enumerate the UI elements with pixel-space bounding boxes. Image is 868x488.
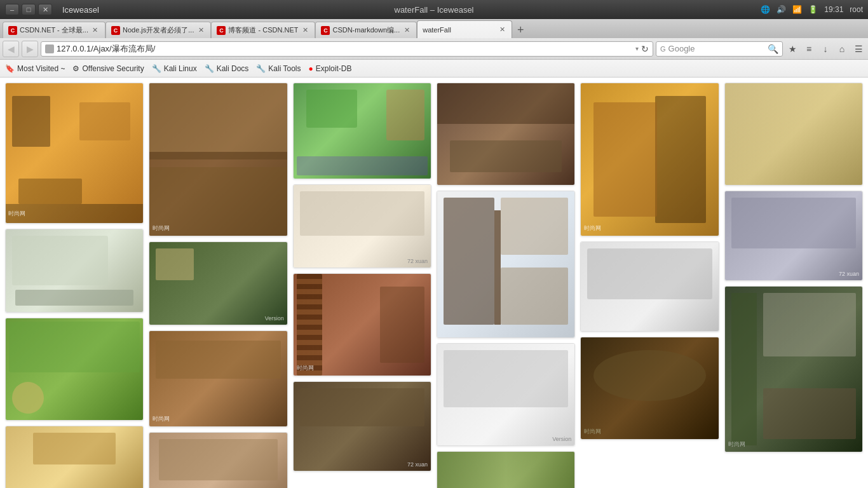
bookmark-label-6: Exploit-DB	[316, 64, 352, 73]
photo-card-11[interactable]	[5, 318, 144, 421]
photo-card-3[interactable]	[293, 83, 431, 179]
close-button[interactable]: ✕	[38, 4, 52, 15]
url-text: 127.0.0.1/Ajax/瀑布流布局/	[57, 43, 633, 55]
photo-card-14[interactable]: Version	[437, 343, 575, 446]
photo-card-18[interactable]	[437, 451, 575, 488]
photo-card-5[interactable]: 时尚网	[580, 83, 719, 236]
tab-close-4[interactable]: ✕	[402, 26, 411, 35]
tab-close-3[interactable]: ✕	[301, 26, 309, 35]
app-name: Iceweasel	[62, 5, 99, 15]
photo-card-20[interactable]	[724, 83, 863, 186]
url-dropdown-icon[interactable]: ▾	[635, 45, 639, 52]
photo-card-19[interactable]: 时尚网	[580, 337, 719, 440]
tab-blog[interactable]: C 博客频道 - CSDN.NET ✕	[211, 22, 315, 38]
tab-nodejs[interactable]: C Node.js开发者必须了... ✕	[105, 22, 211, 38]
menu-button[interactable]: ☰	[851, 42, 865, 56]
main-content[interactable]: 时尚网	[0, 78, 868, 488]
user-label: root	[850, 5, 863, 14]
tab-csdn[interactable]: C CSDN.NET - 全球最... ✕	[3, 22, 105, 38]
search-engine-icon: G	[660, 45, 666, 53]
wifi-icon: 📶	[792, 5, 802, 14]
search-bar[interactable]: G Google 🔍	[656, 41, 783, 57]
tab-favicon-1: C	[8, 26, 17, 35]
photo-card-12[interactable]: 时尚网	[149, 330, 287, 427]
bookmark-star-button[interactable]: ★	[785, 42, 799, 56]
waterfall-col-6: 72 хuan 时尚网	[724, 83, 863, 452]
download-button[interactable]: ↓	[818, 42, 832, 56]
photo-card-16[interactable]	[149, 432, 287, 488]
photo-card-4[interactable]	[437, 83, 575, 186]
nav-icons: ★ ≡ ↓ ⌂ ☰	[785, 42, 865, 56]
photo-card-9[interactable]	[437, 191, 575, 338]
tab-close-1[interactable]: ✕	[91, 26, 100, 35]
navbar: ◀ ▶ 127.0.0.1/Ajax/瀑布流布局/ ▾ ↻ G Google 🔍…	[0, 38, 868, 60]
tab-close-2[interactable]: ✕	[196, 26, 205, 35]
bookmark-label-4: Kali Docs	[217, 64, 249, 73]
titlebar: – □ ✕ Iceweasel waterFall – Iceweasel 🌐 …	[0, 0, 868, 19]
tab-label-2: Node.js开发者必须了...	[123, 25, 194, 35]
photo-card-7[interactable]: Version	[149, 241, 287, 325]
tab-markdown[interactable]: C CSDN-markdown编... ✕	[315, 22, 417, 38]
waterfall-col-4: Version	[437, 83, 575, 488]
tab-label-3: 博客频道 - CSDN.NET	[228, 25, 298, 35]
tab-favicon-4: C	[321, 26, 330, 35]
refresh-button[interactable]: ↻	[641, 44, 649, 54]
waterfall-col-5: 时尚网 时尚网	[580, 83, 719, 440]
tab-favicon-2: C	[111, 26, 120, 35]
bookmark-label-1: Most Visited ~	[17, 64, 65, 73]
bookmark-icon-3: 🔧	[152, 64, 161, 73]
photo-card-1[interactable]: 时尚网	[5, 83, 144, 224]
reader-button[interactable]: ≡	[802, 42, 816, 56]
bookmark-label-2: Offensive Security	[82, 64, 144, 73]
restore-button[interactable]: □	[22, 4, 36, 15]
bookmark-label-3: Kali Linux	[164, 64, 197, 73]
waterfall-col-3: 72 хuan 时尚网 72 хuan	[293, 83, 431, 471]
minimize-button[interactable]: –	[5, 4, 19, 15]
bookmark-offensive-security[interactable]: ⚙ Offensive Security	[72, 64, 144, 73]
home-button[interactable]: ⌂	[835, 42, 849, 56]
bookmark-icon-1: 🔖	[5, 64, 15, 73]
bookmark-icon-5: 🔧	[256, 64, 266, 73]
bookmark-kali-tools[interactable]: 🔧 Kali Tools	[256, 64, 301, 73]
battery-icon: 🔋	[808, 5, 818, 14]
tab-favicon-3: C	[217, 26, 226, 35]
waterfall-col-1: 时尚网	[5, 83, 144, 488]
tab-close-5[interactable]: ✕	[498, 25, 506, 34]
bookmark-icon-2: ⚙	[72, 64, 79, 73]
photo-card-17[interactable]: 72 хuan	[293, 381, 431, 471]
bookmark-icon-6: ●	[309, 64, 313, 73]
new-tab-button[interactable]: +	[512, 22, 529, 38]
photo-card-2[interactable]: 时尚网	[149, 83, 287, 236]
photo-card-10[interactable]	[580, 241, 719, 332]
clock: 19:31	[824, 5, 843, 14]
tab-bar: C CSDN.NET - 全球最... ✕ C Node.js开发者必须了...…	[0, 19, 868, 38]
titlebar-left: – □ ✕ Iceweasel	[5, 4, 99, 15]
bookmark-most-visited[interactable]: 🔖 Most Visited ~	[5, 64, 65, 73]
photo-card-15[interactable]	[5, 426, 144, 488]
volume-icon: 🔊	[776, 5, 786, 14]
forward-button[interactable]: ▶	[22, 41, 38, 57]
search-placeholder: Google	[668, 44, 765, 53]
photo-card-22[interactable]: 时尚网	[724, 286, 863, 452]
window-title: waterFall – Iceweasel	[395, 5, 474, 15]
tab-label-5: waterFall	[423, 26, 495, 34]
waterfall-col-2: 时尚网 Version 时尚网	[149, 83, 287, 488]
photo-card-21[interactable]: 72 хuan	[724, 191, 863, 281]
bookmark-exploit-db[interactable]: ● Exploit-DB	[309, 64, 352, 73]
bookmark-kali-linux[interactable]: 🔧 Kali Linux	[152, 64, 197, 73]
bookmark-kali-docs[interactable]: 🔧 Kali Docs	[205, 64, 249, 73]
tab-label-4: CSDN-markdown编...	[332, 25, 400, 35]
url-bar[interactable]: 127.0.0.1/Ajax/瀑布流布局/ ▾ ↻	[41, 41, 653, 57]
window-controls: – □ ✕	[5, 4, 52, 15]
back-button[interactable]: ◀	[3, 41, 19, 57]
photo-card-13[interactable]: 时尚网	[293, 273, 431, 376]
photo-card-6[interactable]	[5, 229, 144, 313]
network-icon: 🌐	[761, 5, 770, 14]
system-tray: 🌐 🔊 📶 🔋 19:31 root	[761, 5, 863, 14]
tab-waterfall[interactable]: waterFall ✕	[417, 20, 512, 38]
photo-card-8[interactable]: 72 хuan	[293, 184, 431, 268]
url-favicon	[45, 44, 54, 53]
tab-label-1: CSDN.NET - 全球最...	[20, 25, 88, 35]
waterfall-grid: 时尚网	[5, 83, 863, 488]
search-button[interactable]: 🔍	[768, 44, 778, 54]
